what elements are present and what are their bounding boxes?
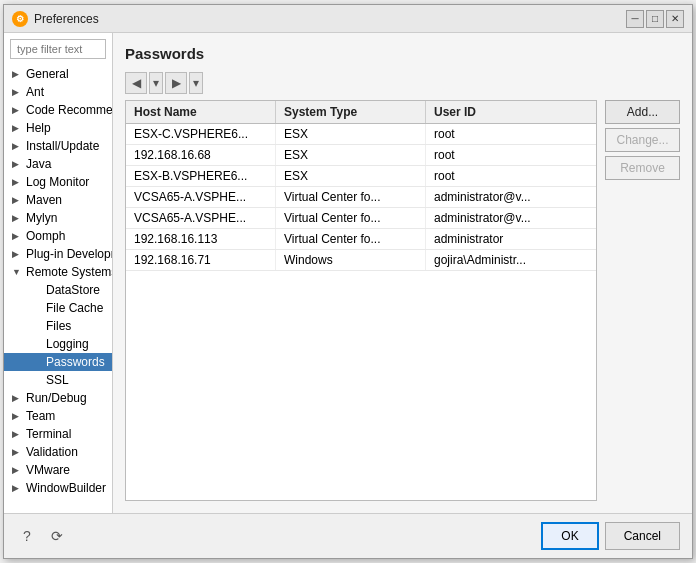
- tree-item-label: Files: [46, 319, 108, 333]
- tree-item-java[interactable]: ▶Java: [4, 155, 112, 173]
- tree-item-label: Run/Debug: [26, 391, 108, 405]
- tree-item-label: Install/Update: [26, 139, 108, 153]
- main-panel: Passwords ◀ ▾ ▶ ▾ Host Name System Type …: [113, 33, 692, 513]
- tree-item-windowbuilder[interactable]: ▶WindowBuilder: [4, 479, 112, 497]
- tree-item-oomph[interactable]: ▶Oomph: [4, 227, 112, 245]
- tree-item-validation[interactable]: ▶Validation: [4, 443, 112, 461]
- cell-system: ESX: [276, 145, 426, 165]
- table-row[interactable]: 192.168.16.71Windowsgojira\Administr...: [126, 250, 596, 271]
- preferences-window: ⚙ Preferences ─ □ ✕ ▶General▶Ant▶Code Re…: [3, 4, 693, 559]
- tree-item-label: DataStore: [46, 283, 108, 297]
- table-row[interactable]: ESX-C.VSPHERE6...ESXroot: [126, 124, 596, 145]
- tree-item-general[interactable]: ▶General: [4, 65, 112, 83]
- table-body: ESX-C.VSPHERE6...ESXroot192.168.16.68ESX…: [126, 124, 596, 500]
- col-hostname: Host Name: [126, 101, 276, 123]
- cell-system: Virtual Center fo...: [276, 229, 426, 249]
- forward-dropdown-button[interactable]: ▾: [189, 72, 203, 94]
- minimize-button[interactable]: ─: [626, 10, 644, 28]
- tree-item-plug-in-development[interactable]: ▶Plug-in Development: [4, 245, 112, 263]
- add-button[interactable]: Add...: [605, 100, 680, 124]
- tree-item-label: Java: [26, 157, 108, 171]
- table-header: Host Name System Type User ID: [126, 101, 596, 124]
- table-row[interactable]: VCSA65-A.VSPHE...Virtual Center fo...adm…: [126, 208, 596, 229]
- window-title: Preferences: [34, 12, 99, 26]
- tree-item-label: Code Recommenders: [26, 103, 112, 117]
- passwords-table: Host Name System Type User ID ESX-C.VSPH…: [125, 100, 597, 501]
- tree-item-label: SSL: [46, 373, 108, 387]
- table-and-actions: Host Name System Type User ID ESX-C.VSPH…: [125, 100, 680, 501]
- tree-item-datastore[interactable]: DataStore: [4, 281, 112, 299]
- tree-item-label: Plug-in Development: [26, 247, 112, 261]
- tree-item-install/update[interactable]: ▶Install/Update: [4, 137, 112, 155]
- tree-item-file-cache[interactable]: File Cache: [4, 299, 112, 317]
- cell-user: root: [426, 166, 596, 186]
- bottom-right: OK Cancel: [541, 522, 680, 550]
- tree-item-label: Logging: [46, 337, 108, 351]
- tree-item-label: File Cache: [46, 301, 108, 315]
- bottom-bar: ? ⟳ OK Cancel: [4, 513, 692, 558]
- cell-host: 192.168.16.71: [126, 250, 276, 270]
- cell-host: 192.168.16.68: [126, 145, 276, 165]
- tree-item-team[interactable]: ▶Team: [4, 407, 112, 425]
- tree-item-help[interactable]: ▶Help: [4, 119, 112, 137]
- table-row[interactable]: VCSA65-A.VSPHE...Virtual Center fo...adm…: [126, 187, 596, 208]
- tree-item-label: Passwords: [46, 355, 108, 369]
- cell-host: 192.168.16.113: [126, 229, 276, 249]
- table-row[interactable]: 192.168.16.113Virtual Center fo...admini…: [126, 229, 596, 250]
- tree-item-remote-systems[interactable]: ▼Remote Systems: [4, 263, 112, 281]
- back-button[interactable]: ◀: [125, 72, 147, 94]
- change-button[interactable]: Change...: [605, 128, 680, 152]
- tree-item-code-recommenders[interactable]: ▶Code Recommenders: [4, 101, 112, 119]
- close-button[interactable]: ✕: [666, 10, 684, 28]
- cell-system: Virtual Center fo...: [276, 187, 426, 207]
- cell-user: root: [426, 145, 596, 165]
- toolbar: ◀ ▾ ▶ ▾: [125, 72, 680, 94]
- tree-item-ssl[interactable]: SSL: [4, 371, 112, 389]
- cell-host: VCSA65-A.VSPHE...: [126, 208, 276, 228]
- tree-item-run/debug[interactable]: ▶Run/Debug: [4, 389, 112, 407]
- sidebar: ▶General▶Ant▶Code Recommenders▶Help▶Inst…: [4, 33, 113, 513]
- tree-item-maven[interactable]: ▶Maven: [4, 191, 112, 209]
- remove-button[interactable]: Remove: [605, 156, 680, 180]
- tree-item-label: Help: [26, 121, 108, 135]
- tree-item-label: Team: [26, 409, 108, 423]
- tree-item-label: Mylyn: [26, 211, 108, 225]
- cell-user: gojira\Administr...: [426, 250, 596, 270]
- title-bar-buttons: ─ □ ✕: [626, 10, 684, 28]
- cancel-button[interactable]: Cancel: [605, 522, 680, 550]
- tree-item-label: Ant: [26, 85, 108, 99]
- tree-item-label: Validation: [26, 445, 108, 459]
- restore-button[interactable]: ⟳: [46, 525, 68, 547]
- table-row[interactable]: 192.168.16.68ESXroot: [126, 145, 596, 166]
- tree: ▶General▶Ant▶Code Recommenders▶Help▶Inst…: [4, 65, 112, 513]
- cell-system: ESX: [276, 124, 426, 144]
- tree-item-ant[interactable]: ▶Ant: [4, 83, 112, 101]
- tree-item-label: Oomph: [26, 229, 108, 243]
- tree-item-label: VMware: [26, 463, 108, 477]
- table-row[interactable]: ESX-B.VSPHERE6...ESXroot: [126, 166, 596, 187]
- back-dropdown-button[interactable]: ▾: [149, 72, 163, 94]
- cell-system: ESX: [276, 166, 426, 186]
- tree-item-log-monitor[interactable]: ▶Log Monitor: [4, 173, 112, 191]
- maximize-button[interactable]: □: [646, 10, 664, 28]
- tree-item-label: General: [26, 67, 108, 81]
- filter-input[interactable]: [10, 39, 106, 59]
- cell-host: VCSA65-A.VSPHE...: [126, 187, 276, 207]
- tree-item-logging[interactable]: Logging: [4, 335, 112, 353]
- col-userid: User ID: [426, 101, 596, 123]
- tree-item-terminal[interactable]: ▶Terminal: [4, 425, 112, 443]
- tree-item-mylyn[interactable]: ▶Mylyn: [4, 209, 112, 227]
- bottom-left: ? ⟳: [16, 525, 68, 547]
- cell-system: Virtual Center fo...: [276, 208, 426, 228]
- cell-system: Windows: [276, 250, 426, 270]
- content-area: ▶General▶Ant▶Code Recommenders▶Help▶Inst…: [4, 33, 692, 513]
- help-button[interactable]: ?: [16, 525, 38, 547]
- cell-user: administrator: [426, 229, 596, 249]
- tree-item-files[interactable]: Files: [4, 317, 112, 335]
- tree-item-passwords[interactable]: Passwords: [4, 353, 112, 371]
- tree-item-vmware[interactable]: ▶VMware: [4, 461, 112, 479]
- forward-button[interactable]: ▶: [165, 72, 187, 94]
- cell-user: root: [426, 124, 596, 144]
- tree-item-label: Remote Systems: [26, 265, 112, 279]
- ok-button[interactable]: OK: [541, 522, 598, 550]
